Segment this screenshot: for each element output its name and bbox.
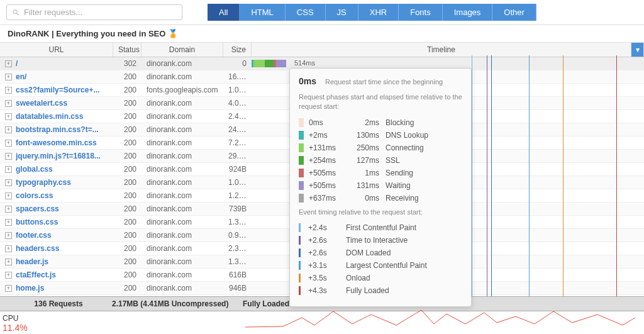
expand-icon[interactable]: + xyxy=(5,74,12,81)
cell-url: +colors.css xyxy=(0,189,113,202)
col-header-timeline[interactable]: Timeline xyxy=(252,43,631,57)
cell-url: +jquery.min.js?t=16818... xyxy=(0,150,113,162)
url-text[interactable]: ctaEffect.js xyxy=(16,270,56,279)
cell-status: 200 xyxy=(113,189,142,202)
url-text[interactable]: header.js xyxy=(16,257,48,266)
expand-icon[interactable]: + xyxy=(5,179,12,186)
expand-icon[interactable]: + xyxy=(5,206,12,213)
expand-icon[interactable]: + xyxy=(5,232,12,239)
cell-url: +typography.css xyxy=(0,176,113,189)
expand-icon[interactable]: + xyxy=(5,113,12,120)
expand-icon[interactable]: + xyxy=(5,100,12,107)
url-text[interactable]: colors.css xyxy=(16,191,53,200)
url-text[interactable]: css2?family=Source+... xyxy=(16,86,99,94)
cell-size: 2.37KB xyxy=(223,242,252,255)
expand-icon[interactable]: + xyxy=(5,219,12,226)
url-text[interactable]: bootstrap.min.css?t=... xyxy=(16,125,99,134)
phase-duration: 250ms xyxy=(348,143,379,152)
cell-size: 1.04KB xyxy=(223,84,252,96)
col-header-status[interactable]: Status xyxy=(113,43,142,57)
expand-icon[interactable]: + xyxy=(5,140,12,147)
cell-size: 774B xyxy=(223,295,252,296)
url-text[interactable]: buttons.css xyxy=(16,218,58,226)
col-header-domain[interactable]: Domain xyxy=(142,43,223,57)
phase-row: +637ms0msReceiving xyxy=(299,194,462,203)
cell-url: +spacers.css xyxy=(0,203,113,215)
url-text[interactable]: footer.css xyxy=(16,231,52,240)
expand-icon[interactable]: + xyxy=(5,272,12,279)
filter-tab-js[interactable]: JS xyxy=(326,4,358,21)
event-time: +3.5s xyxy=(308,274,346,282)
event-swatch xyxy=(299,236,301,245)
cell-size: 1.03KB xyxy=(223,176,252,189)
phase-row: +505ms1msSending xyxy=(299,169,462,177)
url-text[interactable]: jquery.min.js?t=16818... xyxy=(16,152,101,160)
cell-status: 200 xyxy=(113,242,142,255)
phase-swatch xyxy=(299,156,304,165)
url-text[interactable]: sweetalert.css xyxy=(16,99,67,108)
cell-status: 200 xyxy=(113,150,142,162)
event-label: DOM Loaded xyxy=(346,248,391,257)
cell-status: 200 xyxy=(113,295,142,296)
expand-icon[interactable]: + xyxy=(5,166,12,173)
cell-status: 200 xyxy=(113,269,142,281)
cell-url: +sweetalert.css xyxy=(0,97,113,109)
phase-swatch xyxy=(299,143,304,152)
phase-row: +505ms131msWaiting xyxy=(299,181,462,190)
phase-label: DNS Lookup xyxy=(386,131,428,140)
url-text[interactable]: font-awesome.min.css xyxy=(16,138,97,147)
popup-events-heading: Event timing relative to the request sta… xyxy=(299,208,462,217)
phase-duration: 131ms xyxy=(348,181,379,190)
phase-label: Waiting xyxy=(386,181,411,190)
event-swatch xyxy=(299,223,301,232)
filter-tab-html[interactable]: HTML xyxy=(240,4,285,21)
cell-status: 200 xyxy=(113,176,142,189)
event-swatch xyxy=(299,261,301,270)
col-header-url[interactable]: URL xyxy=(0,43,113,57)
url-text[interactable]: datatables.min.css xyxy=(16,112,83,121)
event-label: Fully Loaded xyxy=(346,286,389,295)
filter-tab-other[interactable]: Other xyxy=(492,4,536,21)
expand-icon[interactable]: + xyxy=(5,192,12,199)
cell-status: 200 xyxy=(113,84,142,96)
cell-status: 200 xyxy=(113,229,142,242)
phase-duration: 0ms xyxy=(348,194,379,203)
search-input[interactable] xyxy=(24,8,177,17)
cell-domain: dinorank.com xyxy=(142,123,223,136)
filter-tab-all[interactable]: All xyxy=(208,4,240,21)
expand-icon[interactable]: + xyxy=(5,60,12,67)
filter-tab-css[interactable]: CSS xyxy=(286,4,326,21)
timeline-dropdown[interactable]: ▾ xyxy=(631,43,644,57)
url-text[interactable]: home.js xyxy=(16,284,44,292)
expand-icon[interactable]: + xyxy=(5,259,12,265)
expand-icon[interactable]: + xyxy=(5,87,12,94)
cell-url: +css2?family=Source+... xyxy=(0,84,113,96)
phase-swatch xyxy=(299,118,304,127)
url-text[interactable]: spacers.css xyxy=(16,204,59,213)
expand-icon[interactable]: + xyxy=(5,285,12,292)
phase-start: +505ms xyxy=(309,181,348,190)
phase-label: SSL xyxy=(386,156,400,165)
expand-icon[interactable]: + xyxy=(5,245,12,252)
cell-size: 1.25KB xyxy=(223,189,252,202)
search-box[interactable] xyxy=(6,4,182,20)
phase-swatch xyxy=(299,194,304,203)
url-text[interactable]: / xyxy=(16,59,18,68)
summary-size: 2.17MB (4.41MB Uncompressed) xyxy=(112,299,238,308)
cell-domain: dinorank.com xyxy=(142,136,223,149)
phase-start: +637ms xyxy=(309,194,348,203)
cell-size: 946B xyxy=(223,282,252,294)
filter-tab-fonts[interactable]: Fonts xyxy=(399,4,443,21)
expand-icon[interactable]: + xyxy=(5,126,12,133)
url-text[interactable]: global.css xyxy=(16,165,53,174)
col-header-size[interactable]: Size xyxy=(223,43,252,57)
phase-start: +254ms xyxy=(309,156,348,165)
url-text[interactable]: headers.css xyxy=(16,244,59,253)
url-text[interactable]: typography.css xyxy=(16,178,71,187)
cell-url: +en/ xyxy=(0,70,113,83)
url-text[interactable]: en/ xyxy=(16,72,26,81)
filter-tab-images[interactable]: Images xyxy=(443,4,493,21)
event-time: +2.6s xyxy=(308,248,346,257)
expand-icon[interactable]: + xyxy=(5,153,12,160)
filter-tab-xhr[interactable]: XHR xyxy=(358,4,399,21)
